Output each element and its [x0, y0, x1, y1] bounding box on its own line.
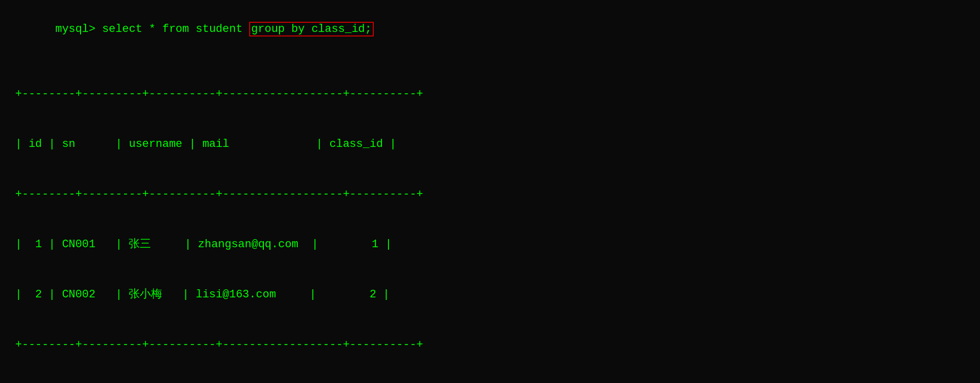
- prompt1: mysql>: [55, 23, 102, 35]
- query1-border-top: +--------+---------+----------+---------…: [15, 86, 965, 102]
- query1-command: mysql> select * from student group by cl…: [15, 10, 965, 48]
- query1-row-1: | 1 | CN001 | 张三 | zhangsan@qq.com | 1 |: [15, 236, 965, 253]
- query1-before: select * from student: [102, 23, 249, 35]
- query1-table: +--------+---------+----------+---------…: [15, 52, 965, 383]
- query1-border-mid: +--------+---------+----------+---------…: [15, 186, 965, 203]
- query1-section: mysql> select * from student group by cl…: [15, 10, 965, 383]
- query1-border-bot: +--------+---------+----------+---------…: [15, 336, 965, 353]
- terminal: mysql> select * from student group by cl…: [15, 10, 965, 383]
- query1-row-2: | 2 | CN002 | 张小梅 | lisi@163.com | 2 |: [15, 286, 965, 303]
- query1-header: | id | sn | username | mail | class_id |: [15, 136, 965, 152]
- query1-highlight: group by class_id;: [249, 22, 374, 36]
